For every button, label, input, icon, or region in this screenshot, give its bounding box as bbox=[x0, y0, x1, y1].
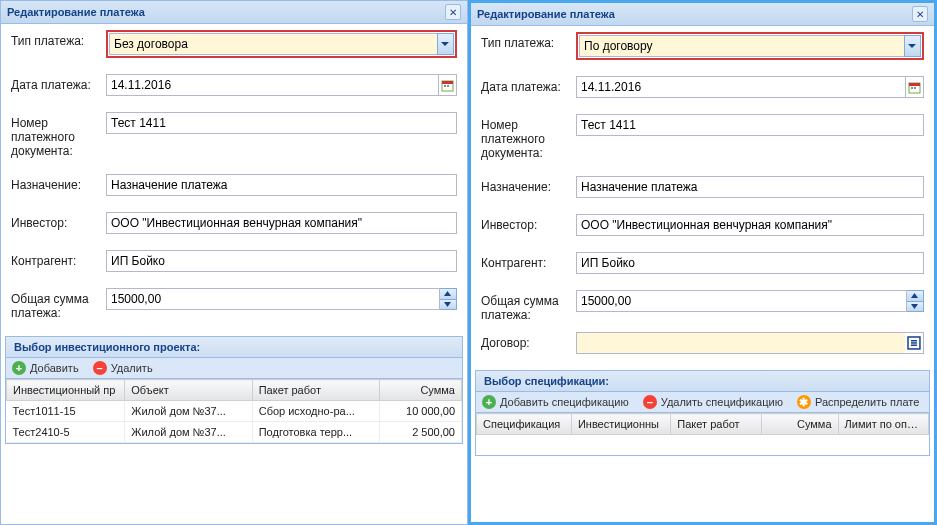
type-label: Тип платежа: bbox=[11, 30, 106, 48]
col-spec[interactable]: Спецификация bbox=[477, 414, 572, 435]
svg-rect-1 bbox=[442, 81, 453, 84]
spin-up-icon[interactable] bbox=[907, 291, 923, 302]
col-package[interactable]: Пакет работ bbox=[671, 414, 761, 435]
add-spec-button[interactable]: +Добавить спецификацию bbox=[482, 395, 629, 409]
spec-grid-body bbox=[476, 435, 929, 455]
contract-input[interactable] bbox=[576, 332, 905, 354]
purpose-label: Назначение: bbox=[11, 174, 106, 192]
spin-down-icon[interactable] bbox=[440, 300, 456, 310]
investor-label: Инвестор: bbox=[11, 212, 106, 230]
calendar-icon[interactable] bbox=[905, 76, 924, 98]
total-label: Общая сумма платежа: bbox=[11, 288, 106, 320]
spec-grid[interactable]: Спецификация Инвестиционны Пакет работ С… bbox=[476, 413, 929, 435]
contractor-input[interactable] bbox=[106, 250, 457, 272]
distribute-button[interactable]: ✱Распределить плате bbox=[797, 395, 919, 409]
delete-spec-button[interactable]: –Удалить спецификацию bbox=[643, 395, 783, 409]
contractor-input[interactable] bbox=[576, 252, 924, 274]
col-invest[interactable]: Инвестиционны bbox=[571, 414, 670, 435]
dropdown-trigger-icon[interactable] bbox=[904, 35, 921, 57]
date-label: Дата платежа: bbox=[11, 74, 106, 92]
investor-input[interactable] bbox=[576, 214, 924, 236]
close-icon[interactable]: ✕ bbox=[445, 4, 461, 20]
svg-rect-6 bbox=[911, 87, 913, 89]
total-amount-input[interactable] bbox=[576, 290, 907, 312]
spec-panel-title: Выбор спецификации: bbox=[476, 371, 929, 392]
col-limit[interactable]: Лимит по оплат bbox=[838, 414, 928, 435]
spec-panel: Выбор спецификации: +Добавить спецификац… bbox=[475, 370, 930, 456]
date-label: Дата платежа: bbox=[481, 76, 576, 94]
table-row[interactable]: Тест1011-15 Жилой дом №37... Сбор исходн… bbox=[7, 401, 462, 422]
project-panel-title: Выбор инвестиционного проекта: bbox=[6, 337, 462, 358]
docnum-input[interactable] bbox=[576, 114, 924, 136]
minus-icon: – bbox=[643, 395, 657, 409]
calendar-icon[interactable] bbox=[438, 74, 457, 96]
project-toolbar: +Добавить –Удалить bbox=[6, 358, 462, 379]
payment-date-input[interactable] bbox=[576, 76, 905, 98]
asterisk-icon: ✱ bbox=[797, 395, 811, 409]
dropdown-trigger-icon[interactable] bbox=[437, 33, 454, 55]
plus-icon: + bbox=[12, 361, 26, 375]
payment-type-dropdown[interactable] bbox=[106, 30, 457, 58]
col-sum[interactable]: Сумма bbox=[761, 414, 838, 435]
svg-rect-2 bbox=[444, 85, 446, 87]
add-button[interactable]: +Добавить bbox=[12, 361, 79, 375]
purpose-input[interactable] bbox=[106, 174, 457, 196]
purpose-label: Назначение: bbox=[481, 176, 576, 194]
col-project[interactable]: Инвестиционный пр bbox=[7, 380, 125, 401]
delete-button[interactable]: –Удалить bbox=[93, 361, 153, 375]
window-title: Редактирование платежа bbox=[477, 8, 615, 20]
plus-icon: + bbox=[482, 395, 496, 409]
docnum-label: Номер платежного документа: bbox=[11, 112, 106, 158]
investor-label: Инвестор: bbox=[481, 214, 576, 232]
spec-toolbar: +Добавить спецификацию –Удалить специфик… bbox=[476, 392, 929, 413]
svg-rect-7 bbox=[914, 87, 916, 89]
lookup-icon[interactable] bbox=[905, 332, 924, 354]
contract-label: Договор: bbox=[481, 332, 576, 350]
col-sum[interactable]: Сумма bbox=[380, 380, 462, 401]
project-panel: Выбор инвестиционного проекта: +Добавить… bbox=[5, 336, 463, 444]
total-amount-field[interactable] bbox=[576, 290, 924, 312]
type-label: Тип платежа: bbox=[481, 32, 576, 50]
col-package[interactable]: Пакет работ bbox=[252, 380, 379, 401]
payment-edit-window-left: Редактирование платежа ✕ Тип платежа: Да… bbox=[0, 0, 468, 525]
contractor-label: Контрагент: bbox=[481, 252, 576, 270]
contractor-label: Контрагент: bbox=[11, 250, 106, 268]
minus-icon: – bbox=[93, 361, 107, 375]
total-amount-field[interactable] bbox=[106, 288, 457, 310]
docnum-label: Номер платежного документа: bbox=[481, 114, 576, 160]
payment-type-input[interactable] bbox=[579, 35, 904, 57]
investor-input[interactable] bbox=[106, 212, 457, 234]
purpose-input[interactable] bbox=[576, 176, 924, 198]
svg-rect-5 bbox=[909, 83, 920, 86]
spin-up-icon[interactable] bbox=[440, 289, 456, 300]
spin-down-icon[interactable] bbox=[907, 302, 923, 312]
spinner[interactable] bbox=[907, 290, 924, 312]
payment-type-input[interactable] bbox=[109, 33, 437, 55]
titlebar: Редактирование платежа ✕ bbox=[471, 3, 934, 26]
payment-edit-window-right: Редактирование платежа ✕ Тип платежа: Да… bbox=[468, 0, 937, 525]
titlebar: Редактирование платежа ✕ bbox=[1, 1, 467, 24]
window-title: Редактирование платежа bbox=[7, 6, 145, 18]
total-amount-input[interactable] bbox=[106, 288, 440, 310]
col-object[interactable]: Объект bbox=[125, 380, 252, 401]
payment-date-field[interactable] bbox=[106, 74, 457, 96]
close-icon[interactable]: ✕ bbox=[912, 6, 928, 22]
svg-rect-3 bbox=[447, 85, 449, 87]
table-row[interactable]: Тест2410-5 Жилой дом №37... Подготовка т… bbox=[7, 422, 462, 443]
docnum-input[interactable] bbox=[106, 112, 457, 134]
contract-field[interactable] bbox=[576, 332, 924, 354]
payment-date-input[interactable] bbox=[106, 74, 438, 96]
project-grid[interactable]: Инвестиционный пр Объект Пакет работ Сум… bbox=[6, 379, 462, 443]
spinner[interactable] bbox=[440, 288, 457, 310]
payment-date-field[interactable] bbox=[576, 76, 924, 98]
payment-type-dropdown[interactable] bbox=[576, 32, 924, 60]
total-label: Общая сумма платежа: bbox=[481, 290, 576, 322]
